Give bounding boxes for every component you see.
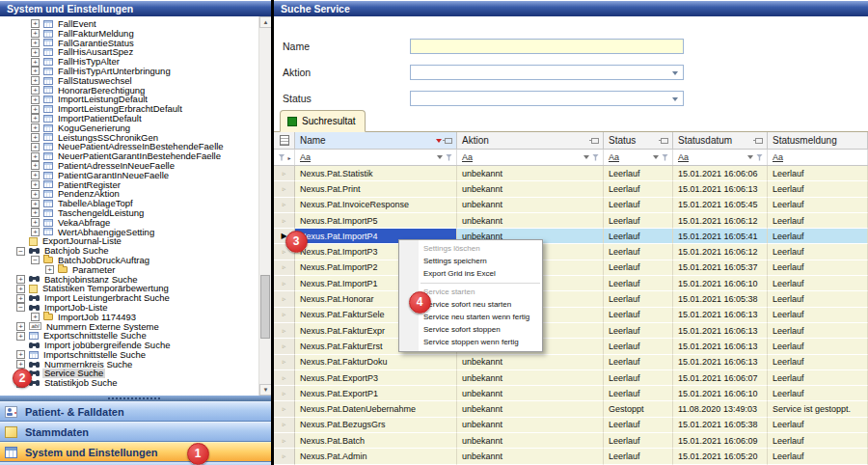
- pin-icon[interactable]: [445, 138, 452, 144]
- tab-suchresultat[interactable]: Suchresultat: [280, 110, 366, 132]
- tree-item[interactable]: Service Suche: [0, 369, 258, 378]
- expand-icon[interactable]: +: [31, 58, 40, 67]
- row-indicator[interactable]: ▹: [274, 418, 295, 433]
- row-indicator[interactable]: ▹: [274, 370, 295, 386]
- table-row[interactable]: ▹Nexus.Pat.BatchunbekanntLeerlauf15.01.2…: [274, 433, 868, 449]
- expand-icon[interactable]: +: [16, 275, 25, 284]
- expand-icon[interactable]: +: [31, 152, 40, 161]
- collapse-icon[interactable]: −: [16, 303, 25, 312]
- table-row[interactable]: ▹Nexus.Pat.FakturErstunbekanntLeerlauf15…: [274, 339, 868, 354]
- filter-cell-aktion[interactable]: Aa: [457, 150, 604, 165]
- row-indicator[interactable]: ▹: [274, 323, 295, 339]
- filter-clear-icon[interactable]: [662, 154, 668, 161]
- table-row[interactable]: ▹Nexus.Pat.HonorarunbekanntLeerlauf15.01…: [274, 291, 868, 307]
- table-row[interactable]: ▹Nexus.Pat.ExportP1unbekanntLeerlauf15.0…: [274, 386, 868, 401]
- expand-icon[interactable]: +: [31, 161, 40, 170]
- expand-icon[interactable]: +: [31, 123, 40, 132]
- tree-item[interactable]: ExportJournal-Liste: [0, 236, 258, 246]
- tree-item[interactable]: +Import Leistungerbracht Suche: [0, 293, 258, 303]
- pin-icon[interactable]: [755, 138, 763, 144]
- column-header-status[interactable]: Status: [604, 132, 673, 149]
- expand-icon[interactable]: +: [31, 171, 40, 179]
- filter-dropdown-icon[interactable]: [437, 155, 443, 159]
- filter-cell-statusdatum[interactable]: Aa: [673, 150, 768, 165]
- filter-dropdown-icon[interactable]: [747, 155, 753, 159]
- filter-cell-status[interactable]: Aa: [604, 150, 673, 165]
- expand-icon[interactable]: +: [31, 190, 40, 199]
- expand-icon[interactable]: +: [16, 332, 25, 341]
- row-indicator[interactable]: ▹: [274, 276, 295, 291]
- nav-item-stamm[interactable]: Stammdaten: [0, 422, 271, 442]
- pin-icon[interactable]: [591, 138, 599, 144]
- table-row[interactable]: ▹Nexus.Pat.StatistikunbekanntLeerlauf15.…: [274, 166, 868, 181]
- grid-customize-header[interactable]: [274, 132, 295, 149]
- table-row[interactable]: ▶Nexus.Pat.ImportP4unbekanntLeerlauf15.0…: [274, 229, 868, 244]
- table-row[interactable]: ▹Nexus.Pat.BezugsGrsunbekanntLeerlauf15.…: [274, 418, 868, 433]
- filter-cell-name[interactable]: Aa: [295, 150, 457, 165]
- row-indicator[interactable]: ▹: [274, 401, 295, 417]
- expand-icon[interactable]: +: [31, 105, 40, 114]
- tree-item[interactable]: +PatientGarantInNeueFaelle: [0, 171, 258, 180]
- row-indicator[interactable]: ▹: [274, 181, 295, 197]
- row-indicator[interactable]: ▹: [274, 213, 295, 229]
- column-header-statusdatum[interactable]: Statusdatum: [673, 132, 768, 149]
- tree-item[interactable]: +PatientRegister: [0, 180, 258, 190]
- menu-item-service-sofort-stoppen[interactable]: Service sofort stoppen: [399, 323, 542, 336]
- expand-icon[interactable]: +: [45, 265, 54, 274]
- table-row[interactable]: ▹Nexus.Pat.FakturDokuunbekanntLeerlauf15…: [274, 355, 868, 370]
- expand-icon[interactable]: +: [31, 143, 40, 151]
- menu-item-service-stoppen-wenn-fertig[interactable]: Service stoppen wenn fertig: [399, 336, 542, 348]
- filter-row-indicator[interactable]: ▸: [274, 150, 295, 165]
- row-indicator[interactable]: ▹: [274, 308, 295, 323]
- row-indicator[interactable]: ▹: [274, 355, 295, 370]
- tree-item[interactable]: +Statistikjob Suche: [0, 378, 258, 388]
- nav-item-patient[interactable]: Patient- & Falldaten: [0, 401, 271, 422]
- row-indicator[interactable]: ▹: [274, 260, 295, 276]
- expand-icon[interactable]: +: [16, 350, 25, 359]
- expand-icon[interactable]: +: [16, 322, 25, 331]
- row-indicator[interactable]: ▹: [274, 449, 295, 464]
- expand-icon[interactable]: +: [31, 228, 40, 236]
- expand-icon[interactable]: +: [31, 114, 40, 123]
- filter-clear-icon[interactable]: [446, 154, 452, 161]
- filter-clear-icon[interactable]: [756, 154, 763, 161]
- filter-clear-icon[interactable]: [592, 154, 599, 161]
- table-row[interactable]: ▹Nexus.Pat.InvoiceResponseunbekanntLeerl…: [274, 198, 868, 213]
- scrollbar-thumb[interactable]: [260, 275, 270, 339]
- table-row[interactable]: ▹Nexus.Pat.DatenUebernahmeunbekanntGesto…: [274, 401, 868, 417]
- expand-icon[interactable]: +: [31, 19, 40, 28]
- table-row[interactable]: ▹Nexus.Pat.FakturSeleunbekanntLeerlauf15…: [274, 308, 868, 323]
- table-row[interactable]: ▹Nexus.Pat.PrintunbekanntLeerlauf15.01.2…: [274, 181, 868, 197]
- expand-icon[interactable]: +: [31, 180, 40, 189]
- expand-icon[interactable]: +: [31, 67, 40, 75]
- table-row[interactable]: ▹Nexus.Pat.ImportP3unbekanntLeerlauf15.0…: [274, 244, 868, 260]
- expand-icon[interactable]: +: [31, 48, 40, 57]
- tree-item[interactable]: −BatchJobDruckAuftrag: [0, 256, 258, 265]
- expand-icon[interactable]: +: [16, 294, 25, 303]
- row-indicator[interactable]: ▹: [274, 291, 295, 307]
- row-indicator[interactable]: ▹: [274, 433, 295, 449]
- collapse-icon[interactable]: −: [31, 256, 40, 264]
- tree-scrollbar[interactable]: ▲ ▼: [258, 16, 271, 396]
- table-row[interactable]: ▹Nexus.Pat.ExportP3unbekanntLeerlauf15.0…: [274, 370, 868, 386]
- tree-item[interactable]: +FallHisAusartSpez: [0, 47, 258, 57]
- expand-icon[interactable]: +: [31, 313, 40, 321]
- pin-icon[interactable]: [661, 138, 668, 144]
- row-indicator[interactable]: ▹: [274, 166, 295, 181]
- expand-icon[interactable]: +: [31, 218, 40, 227]
- column-header-statusmeldung[interactable]: Statusmeldung: [768, 132, 868, 149]
- expand-icon[interactable]: +: [31, 200, 40, 208]
- row-indicator[interactable]: ▹: [274, 198, 295, 213]
- expand-icon[interactable]: +: [31, 208, 40, 217]
- column-header-aktion[interactable]: Aktion: [457, 132, 604, 149]
- collapse-icon[interactable]: −: [16, 247, 25, 256]
- tree-item[interactable]: +WertAbhaengigeSetting: [0, 228, 258, 237]
- expand-icon[interactable]: +: [16, 360, 25, 369]
- expand-icon[interactable]: +: [31, 96, 40, 104]
- menu-item-export-grid-ins-excel[interactable]: Export Grid ins Excel: [399, 267, 542, 280]
- table-row[interactable]: ▹Nexus.Pat.AdminunbekanntLeerlauf15.01.2…: [274, 449, 868, 464]
- expand-icon[interactable]: +: [31, 29, 40, 38]
- name-input[interactable]: [410, 39, 684, 54]
- status-select[interactable]: [410, 91, 684, 106]
- expand-icon[interactable]: +: [31, 39, 40, 47]
